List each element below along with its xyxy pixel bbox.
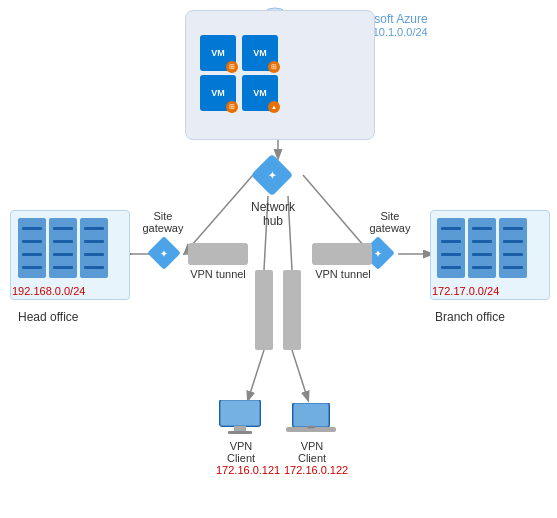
svg-line-8 [248,350,264,400]
vm-badge-1: ⊞ [226,61,238,73]
svg-point-27 [307,426,315,429]
vpn-center-tunnel-right [283,270,301,350]
server-icon-1 [18,218,46,278]
server-icon-r2 [468,218,496,278]
vm-icon-3: VM ⊞ [200,75,236,111]
svg-text:✦: ✦ [160,249,168,259]
vm-icon-4: VM ▲ [242,75,278,111]
svg-rect-25 [293,403,329,427]
branch-office-servers [437,218,527,278]
vpn-tunnel-right [312,243,372,265]
vpn-tunnel-left-label: VPN tunnel [187,268,249,280]
monitor-icon [218,400,262,438]
network-diagram: Microsoft Azure 10.1.0.0/24 VM ⊞ VM ⊞ VM… [0,0,557,518]
vpn-center-tunnel-left [255,270,273,350]
svg-rect-23 [228,431,252,434]
svg-rect-21 [220,400,260,426]
branch-office-subnet: 172.17.0.0/24 [432,285,499,297]
vm-icon-1: VM ⊞ [200,35,236,71]
vpn-client-1-label: VPN Client 172.16.0.121 [216,440,266,476]
svg-rect-22 [234,426,246,431]
vm-grid: VM ⊞ VM ⊞ VM ⊞ VM ▲ [200,35,280,111]
server-icon-r3 [499,218,527,278]
vpn-tunnel-right-label: VPN tunnel [312,268,374,280]
branch-office-name: Branch office [435,310,505,324]
server-icon-3 [80,218,108,278]
left-gateway-label: Site gateway [138,210,188,234]
right-gateway-label: Site gateway [365,210,415,234]
laptop-icon [286,403,336,438]
hub-diamond-icon: ✦ [252,155,292,195]
svg-line-2 [303,175,370,253]
vm-badge-4: ▲ [268,101,280,113]
svg-text:✦: ✦ [374,249,382,259]
svg-line-9 [292,350,308,400]
server-icon-2 [49,218,77,278]
vpn-client-1 [218,400,262,441]
head-office-servers [18,218,108,278]
svg-text:✦: ✦ [268,170,277,181]
hub-label: Network hub [243,200,303,228]
left-site-gateway: ✦ [148,237,180,272]
vpn-client-2 [286,403,336,441]
head-office-name: Head office [18,310,79,324]
vm-badge-3: ⊞ [226,101,238,113]
vpn-tunnel-left [188,243,248,265]
server-icon-r1 [437,218,465,278]
vm-badge-2: ⊞ [268,61,280,73]
vm-icon-2: VM ⊞ [242,35,278,71]
head-office-subnet: 192.168.0.0/24 [12,285,85,297]
vpn-client-2-label: VPN Client 172.16.0.122 [284,440,340,476]
